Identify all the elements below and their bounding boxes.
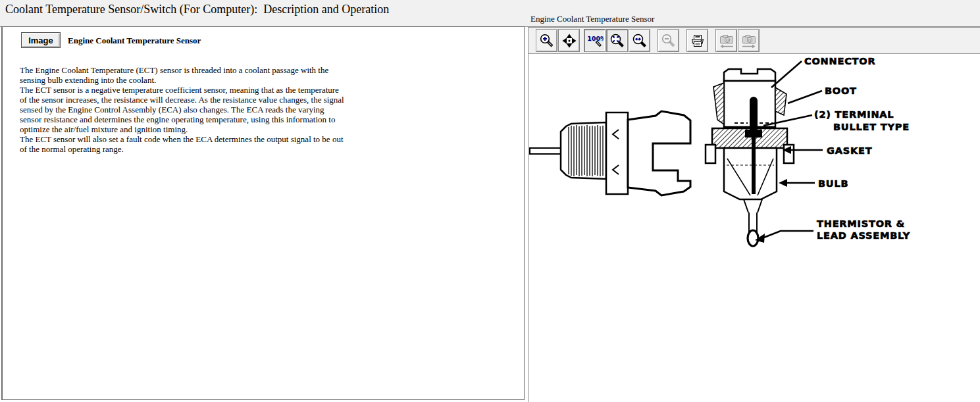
label-bulb: BULB [818,178,848,189]
viewer-toolbar: 100% 100% [529,28,980,54]
label-thermistor: THERMISTOR & [817,218,905,229]
sensor-diagram: CONNECTOR BOOT (2) TERMINAL BULLET TYPE … [529,54,980,271]
zoom-out-icon [661,33,677,49]
label-boot: BOOT [825,86,857,96]
paragraph: The ECT sensor is a negative temperature… [20,85,345,134]
label-bullet-type: BULLET TYPE [833,122,910,132]
zoom-out-button[interactable] [658,29,679,52]
print-button[interactable] [686,29,708,52]
article-heading: Engine Coolant Temperature Sensor [68,36,201,46]
fit-width-icon [632,33,648,49]
next-image-icon [740,32,758,49]
pan-icon [561,33,577,49]
zoom-100-icon: 100% 100% [586,33,604,49]
fit-width-button[interactable] [629,29,650,52]
previous-image-icon [718,32,735,49]
sensor-cross-section [706,69,794,246]
sensor-side-view [530,111,690,195]
image-button[interactable]: Image [21,32,61,48]
zoom-in-icon [539,33,555,49]
print-icon [690,33,706,49]
image-button-label: Image [28,36,53,45]
description-panel: Image Engine Coolant Temperature Sensor … [1,26,525,400]
zoom-100-label: 100% [587,35,604,42]
article-body: The Engine Coolant Temperature (ECT) sen… [20,65,345,154]
paragraph: The ECT sensor will also set a fault cod… [20,134,345,154]
viewer-canvas[interactable]: CONNECTOR BOOT (2) TERMINAL BULLET TYPE … [529,54,980,402]
image-viewer-panel: 100% 100% [528,27,980,402]
previous-image-button[interactable] [715,29,737,52]
fit-window-button[interactable] [606,29,628,52]
viewer-caption: Engine Coolant Temperature Sensor [530,14,654,24]
zoom-in-button[interactable] [536,29,557,52]
fit-window-icon [609,33,625,49]
label-terminal: (2) TERMINAL [814,109,894,120]
label-lead-assembly: LEAD ASSEMBLY [817,230,910,241]
pan-button[interactable] [558,29,580,52]
label-gasket: GASKET [827,145,872,156]
zoom-100-button[interactable]: 100% 100% [584,29,606,52]
next-image-button[interactable] [738,29,760,52]
paragraph: The Engine Coolant Temperature (ECT) sen… [20,65,345,85]
title-bar: Coolant Temperature Sensor/Switch (For C… [0,0,980,26]
page-title: Coolant Temperature Sensor/Switch (For C… [5,3,389,16]
label-connector: CONNECTOR [804,56,875,66]
